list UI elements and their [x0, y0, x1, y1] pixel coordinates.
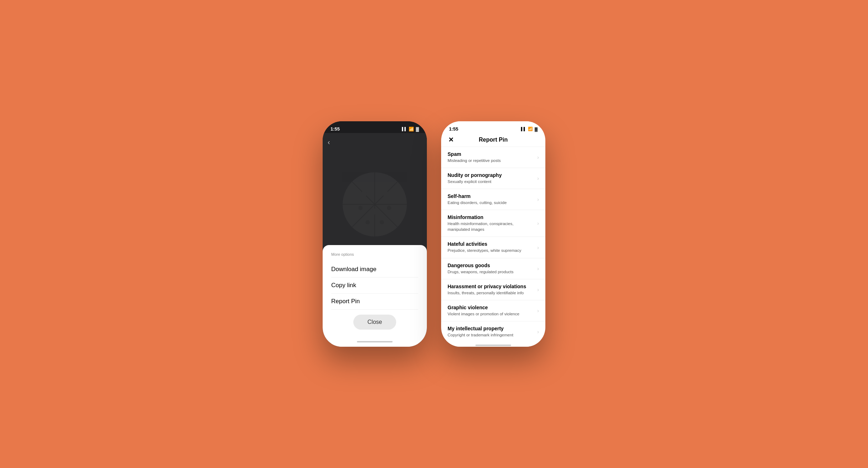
- right-signal-icon: ▌▌: [521, 127, 526, 131]
- svg-point-8: [358, 206, 363, 210]
- bottom-sheet: More options Download image Copy link Re…: [323, 245, 427, 347]
- left-home-indicator: [331, 337, 418, 347]
- svg-point-7: [372, 209, 378, 214]
- chevron-right-icon: ›: [537, 308, 539, 314]
- report-item-desc-8: Copyright or trademark infringement: [448, 332, 534, 338]
- report-item-desc-6: Insults, threats, personally identifiabl…: [448, 290, 534, 296]
- close-btn-container: Close: [331, 310, 418, 337]
- report-item-title-7: Graphic violence: [448, 305, 534, 310]
- download-image-item[interactable]: Download image: [331, 261, 418, 278]
- report-list-item[interactable]: Spam Misleading or repetitive posts ›: [441, 147, 545, 168]
- report-close-button[interactable]: ✕: [448, 136, 454, 144]
- report-title: Report Pin: [479, 137, 508, 143]
- report-list-item[interactable]: Self-harm Eating disorders, cutting, sui…: [441, 189, 545, 210]
- report-item-title-4: Hateful activities: [448, 241, 534, 247]
- report-pin-item[interactable]: Report Pin: [331, 294, 418, 310]
- report-list-item[interactable]: My intellectual property Copyright or tr…: [441, 321, 545, 340]
- report-list-item[interactable]: Hateful activities Prejudice, stereotype…: [441, 237, 545, 258]
- left-time: 1:55: [330, 126, 340, 132]
- report-item-text-7: Graphic violence Violent images or promo…: [448, 305, 534, 317]
- report-item-text-2: Self-harm Eating disorders, cutting, sui…: [448, 193, 534, 205]
- report-item-title-1: Nudity or pornography: [448, 172, 534, 178]
- chevron-right-icon: ›: [537, 266, 539, 271]
- report-item-desc-1: Sexually explicit content: [448, 179, 534, 184]
- report-item-text-1: Nudity or pornography Sexually explicit …: [448, 172, 534, 184]
- report-list-item[interactable]: Graphic violence Violent images or promo…: [441, 300, 545, 321]
- chevron-right-icon: ›: [537, 245, 539, 250]
- more-options-label: More options: [331, 252, 418, 256]
- right-time: 1:55: [449, 126, 458, 132]
- report-item-text-5: Dangerous goods Drugs, weapons, regulate…: [448, 263, 534, 275]
- chevron-right-icon: ›: [537, 154, 539, 160]
- report-item-text-3: Misinformation Health misinformation, co…: [448, 214, 534, 232]
- report-item-desc-4: Prejudice, stereotypes, white supremacy: [448, 248, 534, 253]
- report-item-title-3: Misinformation: [448, 214, 534, 220]
- right-status-icons: ▌▌ 📶 ▓: [521, 127, 538, 131]
- svg-point-5: [361, 191, 367, 197]
- report-list-item[interactable]: Nudity or pornography Sexually explicit …: [441, 168, 545, 189]
- left-home-bar: [357, 341, 393, 342]
- report-item-desc-0: Misleading or repetitive posts: [448, 158, 534, 163]
- pin-image: [339, 169, 410, 240]
- svg-point-11: [380, 220, 384, 224]
- right-status-bar: 1:55 ▌▌ 📶 ▓: [441, 121, 545, 133]
- svg-point-9: [387, 206, 391, 210]
- report-item-title-6: Harassment or privacy violations: [448, 284, 534, 289]
- chevron-right-icon: ›: [537, 176, 539, 181]
- phones-container: 1:55 ▌▌ 📶 ▓ ‹: [323, 121, 545, 347]
- report-item-title-0: Spam: [448, 151, 534, 157]
- left-status-icons: ▌▌ 📶 ▓: [402, 127, 419, 132]
- right-battery-icon: ▓: [535, 127, 538, 131]
- right-wifi-icon: 📶: [528, 127, 533, 131]
- back-arrow-icon[interactable]: ‹: [328, 138, 330, 146]
- chevron-right-icon: ›: [537, 220, 539, 226]
- battery-icon: ▓: [416, 127, 419, 132]
- report-item-desc-5: Drugs, weapons, regulated products: [448, 269, 534, 275]
- report-item-text-8: My intellectual property Copyright or tr…: [448, 326, 534, 338]
- wifi-icon: 📶: [409, 127, 414, 132]
- right-phone: 1:55 ▌▌ 📶 ▓ ✕ Report Pin Spam Misleading…: [441, 121, 545, 347]
- copy-link-item[interactable]: Copy link: [331, 278, 418, 294]
- report-list-item[interactable]: Dangerous goods Drugs, weapons, regulate…: [441, 258, 545, 279]
- chevron-right-icon: ›: [537, 197, 539, 202]
- svg-point-6: [383, 191, 388, 197]
- report-item-text-6: Harassment or privacy violations Insults…: [448, 284, 534, 296]
- report-item-desc-7: Violent images or promotion of violence: [448, 311, 534, 317]
- report-item-text-0: Spam Misleading or repetitive posts: [448, 151, 534, 163]
- report-item-text-4: Hateful activities Prejudice, stereotype…: [448, 241, 534, 253]
- chevron-right-icon: ›: [537, 287, 539, 292]
- right-home-indicator: [441, 340, 545, 347]
- left-phone: 1:55 ▌▌ 📶 ▓ ‹: [323, 121, 427, 347]
- report-header: ✕ Report Pin: [441, 133, 545, 147]
- report-item-title-5: Dangerous goods: [448, 263, 534, 268]
- report-list-item[interactable]: Harassment or privacy violations Insults…: [441, 279, 545, 300]
- report-item-desc-2: Eating disorders, cutting, suicide: [448, 200, 534, 205]
- report-item-desc-3: Health misinformation, conspiracies, man…: [448, 221, 534, 232]
- report-item-title-8: My intellectual property: [448, 326, 534, 331]
- report-list: Spam Misleading or repetitive posts › Nu…: [441, 147, 545, 340]
- right-home-bar: [475, 345, 511, 346]
- chevron-right-icon: ›: [537, 329, 539, 335]
- close-button[interactable]: Close: [353, 315, 397, 330]
- signal-icon: ▌▌: [402, 127, 407, 131]
- left-status-bar: 1:55 ▌▌ 📶 ▓: [323, 121, 427, 133]
- report-list-item[interactable]: Misinformation Health misinformation, co…: [441, 210, 545, 237]
- report-item-title-2: Self-harm: [448, 193, 534, 199]
- svg-point-10: [365, 220, 370, 224]
